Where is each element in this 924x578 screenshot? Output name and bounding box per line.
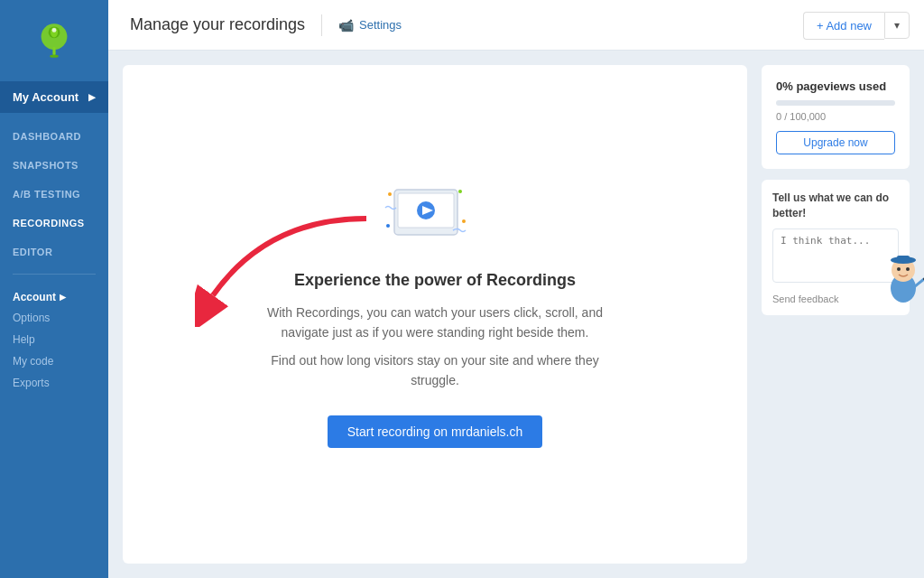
sidebar-item-dashboard[interactable]: DASHBOARD <box>0 122 108 151</box>
sidebar-item-recordings[interactable]: RECORDINGS <box>0 209 108 238</box>
svg-point-5 <box>50 55 59 58</box>
content-area: Experience the power of Recordings With … <box>108 51 924 578</box>
video-icon: 📹 <box>338 18 354 33</box>
nav-divider <box>13 274 96 275</box>
settings-link[interactable]: 📹 Settings <box>338 18 402 33</box>
feedback-card: Tell us what we can do better! Send feed… <box>762 180 910 315</box>
send-feedback-link[interactable]: Send feedback <box>772 294 899 304</box>
empty-state-paragraph2: Find out how long visitors stay on your … <box>254 350 615 391</box>
svg-point-3 <box>52 28 57 33</box>
my-account-menu[interactable]: My Account ▶ <box>0 81 108 113</box>
sidebar: My Account ▶ DASHBOARD SNAPSHOTS A/B TES… <box>0 0 108 578</box>
main-panel: Experience the power of Recordings With … <box>123 65 747 564</box>
svg-rect-18 <box>897 256 910 262</box>
svg-line-21 <box>915 279 924 286</box>
svg-rect-4 <box>52 47 55 56</box>
dropdown-chevron-icon: ▾ <box>894 19 900 32</box>
account-arrow-icon: ▶ <box>60 293 66 302</box>
upgrade-button[interactable]: Upgrade now <box>776 131 895 154</box>
add-new-button[interactable]: + Add new <box>803 12 884 40</box>
main-wrapper: Manage your recordings 📹 Settings + Add … <box>108 0 924 578</box>
empty-state-heading: Experience the power of Recordings <box>294 271 576 290</box>
feedback-mascot <box>881 252 917 288</box>
sidebar-item-ab-testing[interactable]: A/B TESTING <box>0 180 108 209</box>
svg-point-19 <box>897 267 901 271</box>
add-new-label: + Add new <box>817 19 872 33</box>
sidebar-item-options[interactable]: Options <box>0 307 108 329</box>
sidebar-nav: DASHBOARD SNAPSHOTS A/B TESTING RECORDIN… <box>0 113 108 578</box>
sidebar-item-exports[interactable]: Exports <box>0 372 108 394</box>
pageviews-progress-bar <box>776 100 895 106</box>
right-panel: 0% pageviews used 0 / 100,000 Upgrade no… <box>762 51 924 578</box>
start-recording-button[interactable]: Start recording on mrdaniels.ch <box>328 415 543 448</box>
sidebar-item-my-code[interactable]: My code <box>0 350 108 372</box>
my-account-label: My Account <box>13 90 79 104</box>
my-account-arrow-icon: ▶ <box>88 92 96 102</box>
logo-area <box>0 0 108 81</box>
account-section[interactable]: Account ▶ <box>0 282 108 307</box>
svg-point-11 <box>388 192 392 196</box>
sidebar-item-snapshots[interactable]: SNAPSHOTS <box>0 151 108 180</box>
app-logo <box>34 21 74 61</box>
svg-point-14 <box>386 224 390 228</box>
feedback-input[interactable] <box>772 228 899 283</box>
svg-point-20 <box>906 267 910 271</box>
add-new-wrapper: + Add new ▾ <box>803 0 910 51</box>
settings-label: Settings <box>359 18 402 32</box>
svg-point-13 <box>462 219 466 223</box>
sidebar-item-help[interactable]: Help <box>0 329 108 350</box>
empty-state: Experience the power of Recordings With … <box>218 144 651 485</box>
recordings-illustration <box>381 181 489 253</box>
pageviews-label: 0% pageviews used <box>776 79 895 93</box>
add-new-dropdown-button[interactable]: ▾ <box>884 12 910 39</box>
sidebar-item-editor[interactable]: EDITOR <box>0 238 108 266</box>
svg-point-12 <box>458 190 462 193</box>
header-divider <box>321 14 322 36</box>
page-title: Manage your recordings <box>130 15 305 34</box>
pageviews-count: 0 / 100,000 <box>776 111 895 122</box>
feedback-title: Tell us what we can do better! <box>772 191 899 221</box>
page-header: Manage your recordings 📹 Settings + Add … <box>108 0 924 51</box>
pageviews-card: 0% pageviews used 0 / 100,000 Upgrade no… <box>762 65 910 169</box>
empty-state-paragraph1: With Recordings, you can watch your user… <box>254 303 615 343</box>
